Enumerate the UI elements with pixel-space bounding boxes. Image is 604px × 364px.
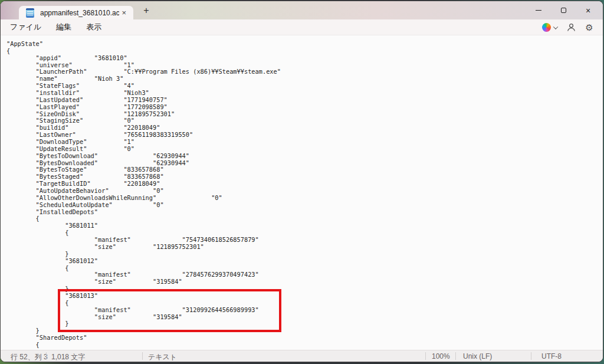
menu-items: ファイル 編集 表示 (1, 21, 103, 34)
text-editor-content[interactable]: "AppState" { "appid" "3681010" "universe… (1, 35, 603, 349)
copilot-button[interactable] (540, 22, 559, 33)
statusbar-divider (455, 352, 456, 360)
zoom-level[interactable]: 100% (432, 352, 450, 360)
menu-edit[interactable]: 編集 (54, 21, 73, 34)
title-bar[interactable]: appmanifest_3681010.acf × + × (1, 1, 603, 19)
editor-area: "AppState" { "appid" "3681010" "universe… (1, 35, 603, 350)
menu-file[interactable]: ファイル (8, 21, 43, 34)
close-icon: × (586, 6, 590, 15)
document-tab[interactable]: appmanifest_3681010.acf × (19, 6, 133, 19)
close-button[interactable]: × (576, 1, 600, 19)
encoding[interactable]: UTF-8 (541, 352, 562, 360)
new-tab-button[interactable]: + (140, 5, 152, 17)
line-ending[interactable]: Unix (LF) (463, 352, 492, 360)
settings-button[interactable]: ⚙ (583, 21, 596, 34)
menu-view[interactable]: 表示 (84, 21, 103, 34)
window-caption-buttons: × (526, 1, 600, 19)
status-bar: 行 52、列 3 1,018 文字 テキスト 100% Unix (LF) UT… (1, 350, 603, 362)
menu-bar: ファイル 編集 表示 ⚙ (1, 19, 603, 35)
notepad-icon (26, 8, 34, 18)
statusbar-divider (46, 352, 47, 360)
maximize-button[interactable] (551, 1, 576, 19)
statusbar-divider (142, 352, 143, 360)
document-type: テキスト (148, 352, 177, 362)
person-icon (567, 23, 576, 32)
character-count: 1,018 文字 (51, 352, 85, 362)
copilot-icon (542, 23, 551, 32)
minimize-button[interactable] (526, 1, 551, 19)
chevron-down-icon (553, 24, 558, 29)
gear-icon: ⚙ (585, 22, 593, 33)
menubar-right-icons: ⚙ (540, 19, 596, 35)
notepad-window: appmanifest_3681010.acf × + × ファイル 編集 表示 (1, 1, 603, 362)
tab-title: appmanifest_3681010.acf (40, 9, 119, 17)
cursor-position: 行 52、列 3 (11, 352, 48, 362)
minimize-icon (536, 10, 541, 11)
statusbar-divider (531, 352, 531, 360)
account-button[interactable] (564, 21, 577, 34)
maximize-icon (561, 8, 566, 13)
tab-close-icon[interactable]: × (119, 8, 129, 17)
statusbar-divider (425, 352, 426, 360)
